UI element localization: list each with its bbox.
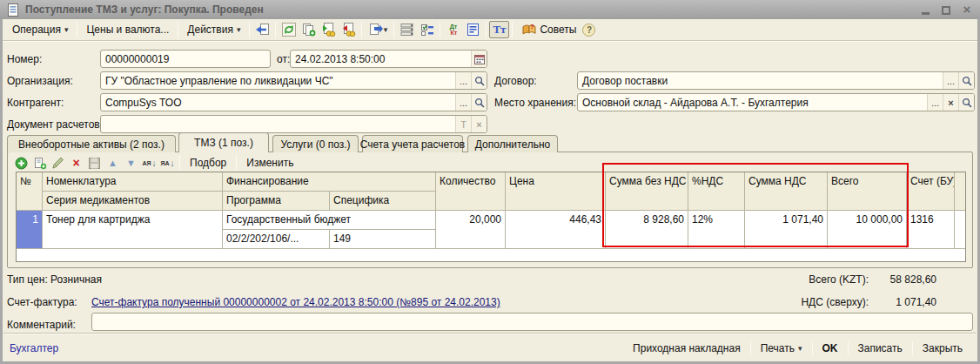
post-document-button[interactable] bbox=[252, 21, 272, 38]
col-header-series: Серия медикаментов bbox=[43, 192, 223, 211]
change-button[interactable]: Изменить bbox=[239, 157, 300, 169]
window-frame-left bbox=[0, 0, 3, 364]
pick-button[interactable]: Подбор bbox=[183, 157, 233, 169]
tab-noncurrent-assets[interactable]: Внеоборотные активы (2 поз.) bbox=[7, 135, 176, 152]
dropdown-icon: ▾ bbox=[798, 344, 802, 353]
counterparty-field[interactable]: CompuSys ТОО ... bbox=[100, 93, 487, 111]
move-up-button[interactable]: ▲ bbox=[104, 155, 122, 171]
col-header-sum-wo-vat: Сумма без НДС bbox=[606, 172, 688, 211]
delete-row-button[interactable]: × bbox=[67, 155, 85, 171]
tab-settlement-accounts[interactable]: Счета учета расчетов bbox=[362, 135, 463, 152]
copy-row-button[interactable] bbox=[30, 155, 49, 171]
choose-button[interactable]: ... bbox=[943, 72, 958, 89]
totals-toggle-button[interactable]: Тт bbox=[489, 21, 509, 38]
ok-button[interactable]: OK bbox=[815, 342, 846, 354]
separator bbox=[912, 341, 913, 355]
clear-button[interactable]: × bbox=[943, 94, 958, 111]
clear-button[interactable]: × bbox=[471, 116, 487, 132]
save-order-button[interactable] bbox=[85, 155, 104, 171]
warehouse-field[interactable]: Основной склад - Айдарова А.Т. - Бухгалт… bbox=[577, 93, 975, 111]
close-button[interactable]: × bbox=[961, 4, 973, 15]
col-header-financing: Финансирование bbox=[223, 172, 436, 192]
price-cell[interactable]: 446,43 bbox=[506, 211, 606, 249]
total-cell[interactable]: 10 000,00 bbox=[828, 211, 907, 249]
separator bbox=[848, 341, 849, 355]
nomenclature-cell[interactable]: Тонер для картриджа bbox=[43, 211, 223, 249]
open-lookup-button[interactable] bbox=[958, 72, 974, 89]
sort-asc-button[interactable]: АЯ↓ bbox=[140, 155, 158, 171]
quantity-cell[interactable]: 20,000 bbox=[436, 211, 506, 249]
help-icon[interactable]: ? bbox=[582, 24, 595, 37]
row-number-cell[interactable]: 1 bbox=[17, 211, 43, 249]
contract-field[interactable]: Договор поставки ... bbox=[577, 71, 975, 90]
structure-button[interactable] bbox=[397, 21, 417, 38]
svg-text:?: ? bbox=[530, 23, 534, 30]
refresh-button[interactable] bbox=[279, 21, 299, 38]
separator bbox=[275, 22, 276, 37]
delete-row-icon: × bbox=[72, 156, 79, 170]
prices-currency-button[interactable]: Цены и валюта... bbox=[80, 21, 175, 38]
tips-button[interactable]: ? Советы bbox=[515, 21, 582, 38]
col-header-program: Программа bbox=[223, 192, 330, 211]
financing-cell[interactable]: Государственный бюджет bbox=[223, 211, 436, 230]
save-button[interactable]: Записать bbox=[850, 342, 910, 354]
comment-field[interactable] bbox=[91, 313, 973, 331]
vat-sum-cell[interactable]: 1 071,40 bbox=[745, 211, 828, 249]
separator bbox=[486, 22, 487, 37]
responsible-user-link[interactable]: Бухгалтер bbox=[10, 342, 58, 354]
sum-wo-vat-cell[interactable]: 8 928,60 bbox=[606, 211, 688, 249]
enter-on-basis-out-button[interactable] bbox=[339, 21, 359, 38]
specifics-cell[interactable]: 149 bbox=[330, 230, 436, 249]
maximize-button[interactable] bbox=[940, 4, 952, 15]
invoice-link[interactable]: Счет-фактура полученный 00000000002 от 2… bbox=[91, 296, 500, 308]
col-header-vat-sum: Сумма НДС bbox=[745, 172, 828, 211]
move-down-button[interactable]: ▼ bbox=[122, 155, 140, 171]
date-field[interactable]: 24.02.2013 8:50:00 bbox=[290, 50, 487, 68]
actions-menu[interactable]: Действия▾ bbox=[181, 21, 246, 38]
operation-menu[interactable]: Операция▾ bbox=[6, 21, 74, 38]
open-lookup-button[interactable] bbox=[471, 94, 487, 111]
edit-row-button[interactable] bbox=[49, 155, 67, 171]
account-cell[interactable]: 1316 bbox=[907, 211, 955, 249]
separator bbox=[77, 22, 77, 37]
settlement-doc-field[interactable]: Т × bbox=[100, 115, 487, 133]
checklist-button[interactable] bbox=[417, 21, 437, 38]
post-document-icon bbox=[255, 23, 270, 37]
move-down-icon: ▼ bbox=[126, 158, 136, 168]
enter-on-basis-in-button[interactable] bbox=[319, 21, 339, 38]
program-cell[interactable]: 02/2/202/106/... bbox=[223, 230, 330, 249]
organization-field[interactable]: ГУ "Областное управление по ликвидации Ч… bbox=[100, 71, 487, 90]
report-button[interactable] bbox=[463, 21, 483, 38]
close-form-button[interactable]: Закрыть bbox=[915, 342, 970, 354]
vat-on-top-value: 1 071,40 bbox=[869, 296, 936, 308]
create-based-menu[interactable]: ▾ bbox=[365, 21, 391, 38]
separator bbox=[440, 22, 440, 37]
sort-desc-button[interactable]: ЯА↓ bbox=[158, 155, 177, 171]
open-lookup-button[interactable] bbox=[471, 72, 487, 89]
receipt-note-button[interactable]: Приходная накладная bbox=[625, 342, 748, 354]
choose-button[interactable]: ... bbox=[455, 94, 471, 111]
calendar-button[interactable] bbox=[471, 51, 487, 67]
separator bbox=[179, 155, 180, 171]
col-header-nomenclature: Номенклатура bbox=[43, 172, 223, 192]
tab-tmz[interactable]: ТМЗ (1 поз.) bbox=[178, 132, 269, 152]
titlebar: Поступление ТМЗ и услуг: Покупка. Провед… bbox=[0, 0, 980, 19]
copy-new-button[interactable] bbox=[299, 21, 319, 38]
tab-services[interactable]: Услуги (0 поз.) bbox=[272, 135, 359, 152]
copy-row-icon bbox=[33, 157, 47, 170]
open-lookup-button[interactable] bbox=[958, 94, 974, 111]
choose-button[interactable]: ... bbox=[455, 72, 471, 89]
col-header-specifics: Специфика bbox=[330, 192, 436, 211]
debit-credit-button[interactable]: ДтКт bbox=[443, 21, 463, 38]
vat-pct-cell[interactable]: 12% bbox=[688, 211, 745, 249]
print-button[interactable]: Печать▾ bbox=[753, 342, 810, 354]
add-row-button[interactable] bbox=[12, 155, 30, 171]
separator bbox=[361, 22, 362, 37]
text-edit-button[interactable]: Т bbox=[455, 116, 471, 132]
settlement-doc-label: Документ расчетов: bbox=[7, 118, 103, 131]
dropdown-icon: ▾ bbox=[64, 25, 69, 34]
minimize-button[interactable] bbox=[919, 4, 931, 15]
tab-additional[interactable]: Дополнительно bbox=[467, 135, 558, 152]
choose-button[interactable]: ... bbox=[927, 94, 943, 111]
number-field[interactable]: 00000000019 bbox=[100, 50, 271, 68]
